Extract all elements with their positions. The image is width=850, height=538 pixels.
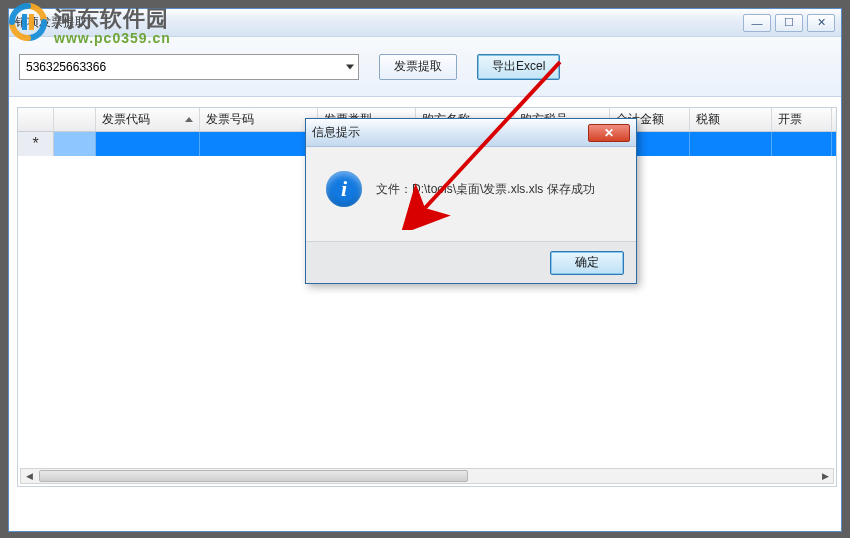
sort-asc-icon	[185, 117, 193, 122]
chevron-down-icon	[346, 64, 354, 69]
export-excel-button[interactable]: 导出Excel	[477, 54, 560, 80]
row-marker: *	[18, 132, 54, 156]
info-icon: i	[326, 171, 362, 207]
col-header-issue[interactable]: 开票	[772, 108, 832, 131]
info-dialog: 信息提示 ✕ i 文件：D:\tools\桌面\发票.xls.xls 保存成功 …	[305, 118, 637, 284]
minimize-button[interactable]: —	[743, 14, 771, 32]
row-selector-cell	[54, 132, 96, 156]
dialog-message: 文件：D:\tools\桌面\发票.xls.xls 保存成功	[376, 171, 595, 198]
window-title: 销项发票提取	[15, 14, 87, 31]
dialog-body: i 文件：D:\tools\桌面\发票.xls.xls 保存成功	[306, 147, 636, 217]
dialog-title: 信息提示	[312, 124, 360, 141]
cell-code	[96, 132, 200, 156]
col-header-selector[interactable]	[18, 108, 54, 131]
scroll-thumb[interactable]	[39, 470, 468, 482]
dialog-footer: 确定	[306, 241, 636, 283]
extract-button[interactable]: 发票提取	[379, 54, 457, 80]
scroll-left-button[interactable]: ◀	[21, 469, 37, 483]
combo-value: 536325663366	[26, 60, 106, 74]
cell-number	[200, 132, 318, 156]
col-header-code[interactable]: 发票代码	[96, 108, 200, 131]
invoice-code-combo[interactable]: 536325663366	[19, 54, 359, 80]
scroll-track[interactable]	[37, 469, 817, 483]
horizontal-scrollbar[interactable]: ◀ ▶	[20, 468, 834, 484]
dialog-titlebar[interactable]: 信息提示 ✕	[306, 119, 636, 147]
titlebar[interactable]: 销项发票提取 — ☐ ✕	[9, 9, 841, 37]
ok-button[interactable]: 确定	[550, 251, 624, 275]
col-header-tax[interactable]: 税额	[690, 108, 772, 131]
cell-tax	[690, 132, 772, 156]
close-button[interactable]: ✕	[807, 14, 835, 32]
col-header-blank[interactable]	[54, 108, 96, 131]
maximize-button[interactable]: ☐	[775, 14, 803, 32]
scroll-right-button[interactable]: ▶	[817, 469, 833, 483]
col-header-number[interactable]: 发票号码	[200, 108, 318, 131]
cell-issue	[772, 132, 832, 156]
dialog-close-button[interactable]: ✕	[588, 124, 630, 142]
window-controls: — ☐ ✕	[743, 14, 835, 32]
toolbar: 536325663366 发票提取 导出Excel	[9, 37, 841, 97]
